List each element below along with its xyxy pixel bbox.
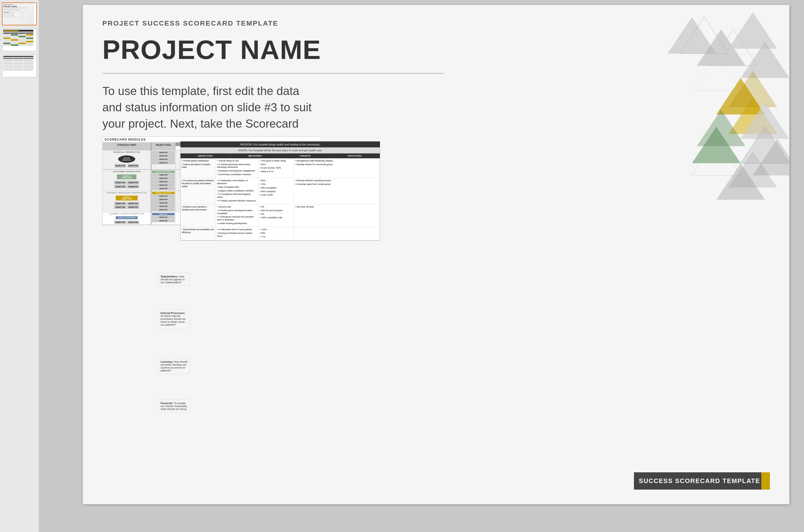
sd-row-2: • Processes are patient centered, focuse… bbox=[181, 178, 380, 204]
geometric-background bbox=[497, 5, 789, 224]
sd-meas-2: • % Medication reconciliation on admissi… bbox=[216, 178, 259, 204]
slide-header-title: PROJECT SUCCESS SCORECARD TEMPLATE bbox=[102, 19, 278, 27]
financial-panel: Financial: To sustain our mission financ… bbox=[158, 399, 190, 413]
stakeholders-panel: Stakeholders: How should we appear to ou… bbox=[158, 273, 190, 286]
sd-targ-3: • 3% • 80% by end of quarter • 4/5 • 100… bbox=[259, 204, 294, 227]
cust-obj-1: OBJECTIVE bbox=[114, 181, 127, 184]
financial-perspective: FINANCIAL PERSPECTIVE bbox=[102, 150, 151, 154]
scorecard-detail: MISSION: Our hospital brings health and … bbox=[180, 141, 380, 241]
sd-meas-1: • Overall rating of care • % Family phys… bbox=[216, 158, 259, 178]
cust-data-obj-2: OBJECTIVE bbox=[152, 177, 175, 180]
slide-main: PROJECT SUCCESS SCORECARD TEMPLATE PROJE… bbox=[83, 5, 789, 504]
sd-init-4 bbox=[294, 227, 380, 240]
thumb1-title: PROJECT SUCCESS bbox=[3, 4, 33, 5]
learning-overall-obj: OVERALL OBJECTIVES bbox=[116, 216, 138, 219]
internal-overall-box: OVERALL OBJECTIVES bbox=[152, 192, 175, 194]
sd-meas-3: • Vacancy rate • % Performance developme… bbox=[216, 204, 259, 227]
mission-text: MISSION: Our hospital brings health and … bbox=[181, 141, 380, 147]
svg-marker-2 bbox=[728, 12, 777, 49]
learning-panel: Learning: How should we better develop o… bbox=[158, 358, 190, 374]
internal-obj-row: OBJECTIVE OBJECTIVE bbox=[114, 202, 139, 205]
sd-obj-3: • Enhance and maintain a healthy work en… bbox=[181, 204, 216, 227]
learning-perspective: LEARNING & GROWTH PERSPECTIVE bbox=[102, 212, 151, 215]
cust-obj-2: OBJECTIVE bbox=[127, 181, 139, 184]
internal-obj-row-2: OBJECTIVE OBJECTIVE bbox=[114, 206, 139, 209]
success-label: SUCCESS SCORECARD TEMPLATE bbox=[634, 472, 770, 490]
fin-obj-4: OBJECTIVE bbox=[152, 161, 175, 164]
project-name: PROJECT NAME bbox=[102, 34, 321, 65]
vision-text: VISION: Our hospital will be the best pl… bbox=[181, 147, 380, 153]
sd-init-1: • Management staff leadership initiative… bbox=[294, 158, 380, 178]
targets-col-header: TARGETS bbox=[280, 153, 330, 158]
success-scorecard-banner: SUCCESS SCORECARD TEMPLATE bbox=[634, 472, 770, 490]
sd-obj-1: • Overall patient satisfaction • Patient… bbox=[181, 158, 216, 178]
learning-label: Learning: bbox=[161, 360, 173, 363]
cust-data-obj-3: OBJECTIVE bbox=[152, 180, 175, 183]
cust-overall-box: OVERALL OBJECTIVES bbox=[152, 171, 175, 173]
initiatives-col-header: INITIATIVES bbox=[330, 153, 380, 158]
slide-body-text: To use this template, first edit the dat… bbox=[102, 83, 322, 132]
slide-panel: 1 PROJECT SUCCESS PROJECT NAME To use th… bbox=[0, 0, 39, 532]
financial-obj-row: OBJECTIVE OBJECTIVE bbox=[114, 164, 139, 168]
financial-obj-1: OBJECTIVE bbox=[115, 164, 126, 168]
objectives-header: OBJECTIVES bbox=[151, 142, 176, 150]
accent-stripe bbox=[761, 472, 770, 490]
sd-init-2: • Revamp infection-reporting process • C… bbox=[294, 178, 380, 204]
sd-row-4: • Demonstrate accountability and efficie… bbox=[181, 227, 380, 241]
sd-init-3: • Hire new HR lead bbox=[294, 204, 380, 227]
financial-question-label: Financial: bbox=[161, 402, 173, 405]
customer-obj-row: OBJECTIVE OBJECTIVE bbox=[114, 181, 139, 184]
main-content: PROJECT SUCCESS SCORECARD TEMPLATE PROJE… bbox=[39, 0, 804, 532]
financial-obj-2: OBJECTIVE bbox=[128, 164, 139, 168]
sd-targ-1: • 75% good or better rating • 90% • As p… bbox=[259, 158, 294, 178]
internal-processes-panel: Internal Processes: At which internal pr… bbox=[158, 309, 190, 328]
slide-thumbnail-1[interactable]: PROJECT SUCCESS PROJECT NAME To use this… bbox=[2, 2, 37, 25]
sd-row-1: • Overall patient satisfaction • Patient… bbox=[181, 158, 380, 178]
thumb1-name: PROJECT NAME bbox=[3, 6, 33, 7]
customer-overall-obj: OVERALL OBJECTIVES bbox=[117, 174, 136, 179]
internal-overall-obj: OVERALL OBJECTIVES bbox=[116, 196, 138, 201]
sd-targ-2: • 95% • <5% • 98% completed • 95% compli… bbox=[259, 178, 294, 204]
cust-data-obj-1: OBJECTIVE bbox=[152, 173, 175, 176]
learning-obj-row: OBJECTIVE OBJECTIVE bbox=[114, 221, 139, 224]
measures-col-header: MEASURES bbox=[230, 153, 280, 158]
cust-data-obj-5: OBJECTIVE bbox=[152, 187, 175, 190]
slide-thumbnail-2[interactable] bbox=[2, 28, 37, 51]
cust-data-obj-4: OBJECTIVE bbox=[152, 184, 175, 187]
overall-objectives-oval: OverallObjectives bbox=[118, 155, 135, 163]
customer-perspective: CUSTOMER PERSPECTIVE bbox=[102, 170, 151, 174]
sd-obj-4: • Demonstrate accountability and efficie… bbox=[181, 227, 216, 240]
stakeholders-label: Stakeholders: bbox=[161, 275, 178, 278]
fin-obj-2: OBJECTIVE bbox=[152, 154, 175, 157]
customer-obj-row-2: OBJECTIVE OBJECTIVE bbox=[114, 185, 139, 188]
sd-meas-4: • % Alternative level of care patients •… bbox=[216, 227, 259, 240]
internal-perspective: INTERNAL PROCESSES PERSPECTIVE bbox=[102, 191, 151, 195]
sd-targ-4: • <15% • 80% • <7% bbox=[259, 227, 294, 240]
slide-thumbnail-3[interactable] bbox=[2, 55, 37, 77]
fin-obj-1: OBJECTIVE bbox=[152, 151, 175, 154]
fin-obj-3: OBJECTIVE bbox=[152, 158, 175, 161]
sd-row-3: • Enhance and maintain a healthy work en… bbox=[181, 204, 380, 227]
internal-processes-label: Internal Processes: bbox=[161, 311, 185, 315]
sd-obj-2: • Processes are patient centered, focuse… bbox=[181, 178, 216, 204]
strategy-map-header: STRATEGY MAP bbox=[102, 142, 151, 150]
slide-divider bbox=[102, 73, 444, 74]
sd-header: OBJECTIVES MEASURES TARGETS INITIATIVES bbox=[181, 153, 380, 158]
objectives-col-header: OBJECTIVES bbox=[181, 153, 230, 158]
